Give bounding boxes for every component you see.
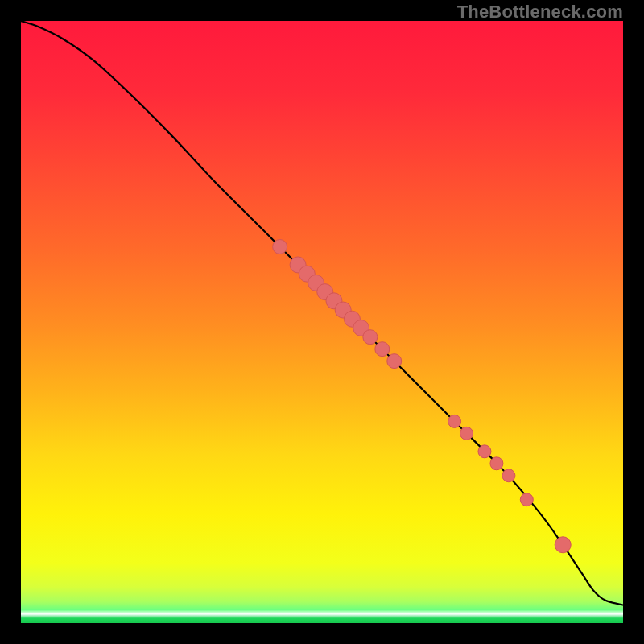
data-point — [273, 240, 287, 254]
data-point — [520, 493, 533, 506]
data-point — [490, 457, 503, 470]
data-point — [448, 415, 461, 427]
data-point — [387, 354, 402, 369]
plot-svg — [21, 21, 623, 623]
chart-stage: TheBottleneck.com — [0, 0, 644, 644]
plot-area — [21, 21, 623, 623]
data-point — [375, 342, 390, 357]
data-point — [363, 330, 378, 345]
data-point — [478, 445, 491, 458]
watermark-label: TheBottleneck.com — [457, 2, 623, 23]
gradient-background — [21, 21, 623, 623]
data-point — [460, 427, 473, 440]
data-point — [555, 537, 571, 553]
data-point — [502, 469, 515, 482]
